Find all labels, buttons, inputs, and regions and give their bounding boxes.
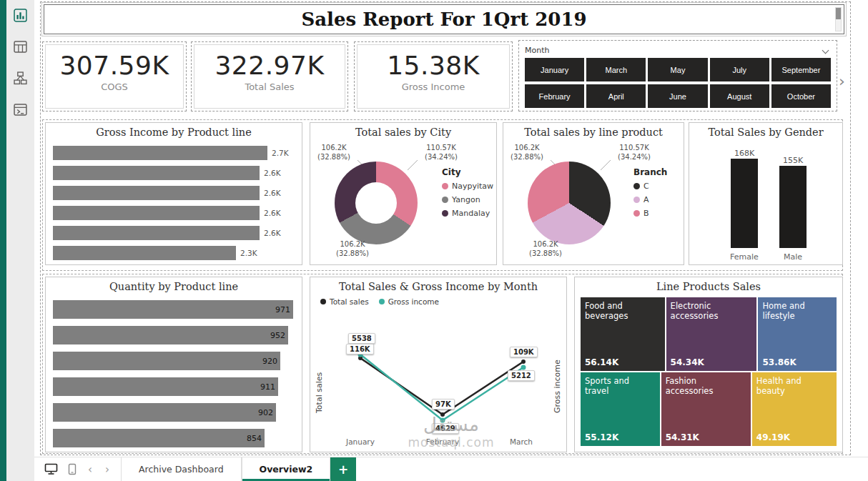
slicer-next-arrow[interactable]: › <box>839 72 845 90</box>
bar[interactable] <box>53 206 260 220</box>
scrollbar <box>835 7 842 31</box>
bar[interactable] <box>53 166 260 180</box>
chart-quantity-by-product-line[interactable]: Quantity by Product line 971 952 920 911… <box>45 277 302 452</box>
kpi-card-total-sales[interactable]: 322.97K Total Sales <box>191 41 348 111</box>
mobile-view-icon[interactable] <box>68 463 77 475</box>
donut-chart[interactable] <box>335 162 418 244</box>
dax-query-view-icon[interactable] <box>13 101 29 117</box>
slicer-button-september[interactable]: September <box>771 58 831 81</box>
chart-title: Quantity by Product line <box>46 277 302 292</box>
bar[interactable]: 911 <box>53 377 278 396</box>
treemap-tile-fashion-accessories[interactable]: Fashion accessories 54.31K <box>661 372 751 446</box>
report-title-visual[interactable]: Sales Report For 1Qrt 2019 <box>44 4 844 34</box>
slicer-button-may[interactable]: May <box>648 58 707 81</box>
kpi-card-inner: 15.38K Gross Income <box>357 44 510 109</box>
bar[interactable]: 920 <box>53 352 280 370</box>
report-view-icon[interactable] <box>13 7 29 23</box>
legend-swatch <box>442 183 448 189</box>
page-tab-overview2[interactable]: Overview2 <box>242 457 331 481</box>
tile-name: Sports and travel <box>585 376 656 396</box>
slicer-button-october[interactable]: October <box>771 84 831 108</box>
kpi-card-gross-income[interactable]: 15.38K Gross Income <box>354 41 513 111</box>
tile-name: Home and lifestyle <box>762 301 832 321</box>
treemap-tile-food-and-beverages[interactable]: Food and beverages 56.14K <box>581 297 665 371</box>
column-male[interactable] <box>779 166 807 248</box>
slicer-button-april[interactable]: April <box>586 84 646 108</box>
slicer-button-january[interactable]: January <box>525 58 584 81</box>
bar-value-label: 2.7K <box>272 149 289 157</box>
legend-item-mandalay[interactable]: Mandalay <box>442 209 493 218</box>
bar-value-label: 971 <box>275 305 290 314</box>
slicer-button-june[interactable]: June <box>648 84 707 108</box>
legend-item-gross-income[interactable]: Gross income <box>379 297 439 306</box>
bar[interactable]: 971 <box>53 300 293 319</box>
column-female[interactable] <box>731 159 758 248</box>
legend-item-branch-b[interactable]: B <box>633 209 667 218</box>
bar[interactable] <box>53 246 236 260</box>
slicer-button-july[interactable]: July <box>710 58 769 81</box>
tile-value: 55.12K <box>585 432 618 442</box>
kpi-value: 15.38K <box>357 51 509 80</box>
data-view-icon[interactable] <box>13 39 29 54</box>
tile-name: Health and beauty <box>756 376 832 396</box>
month-slicer[interactable]: Month January March May July September F… <box>518 40 837 111</box>
kpi-card-inner: 322.97K Total Sales <box>194 44 345 109</box>
bar-value-label: 854 <box>247 434 262 443</box>
desktop-view-icon[interactable] <box>44 463 58 475</box>
kpi-label: COGS <box>46 81 183 92</box>
slicer-button-august[interactable]: August <box>710 84 769 108</box>
donut-hole <box>355 182 397 224</box>
bar-row: 911 <box>53 377 295 396</box>
bar[interactable] <box>53 146 267 160</box>
view-sidebar <box>6 0 34 481</box>
bar[interactable]: 902 <box>53 403 276 422</box>
scrollbar-thumb[interactable] <box>836 8 841 19</box>
chart-line-products-sales[interactable]: Line Products Sales Food and beverages 5… <box>574 277 843 452</box>
chart-total-sales-by-gender[interactable]: Total Sales by Gender 168K 155K Female M… <box>689 122 843 265</box>
slicer-button-february[interactable]: February <box>525 84 584 108</box>
chart-total-sales-by-line-product[interactable]: Total sales by line product 106.2K(32.88… <box>503 122 684 265</box>
tile-value: 49.19K <box>756 432 790 442</box>
legend-item-total-sales[interactable]: Total sales <box>320 297 369 306</box>
category-label: Male <box>771 252 814 262</box>
bar-row: 2.7K <box>53 146 296 160</box>
legend-item-yangon[interactable]: Yangon <box>442 195 493 204</box>
treemap-tile-sports-and-travel[interactable]: Sports and travel 55.12K <box>581 372 660 446</box>
legend-item-branch-c[interactable]: C <box>633 182 667 191</box>
chart-gross-income-by-product-line[interactable]: Gross Income by Product line 2.7K 2.6K 2… <box>45 122 302 265</box>
data-label-gross-feb: 4629 <box>432 423 459 434</box>
tile-value: 53.86K <box>762 357 796 367</box>
city-legend: City Naypyitaw Yangon Mandalay <box>442 167 493 222</box>
treemap-row: Food and beverages 56.14K Electronic acc… <box>581 297 837 371</box>
previous-page-arrow[interactable]: ‹ <box>87 463 94 476</box>
treemap-tile-electronic-accessories[interactable]: Electronic accessories 54.34K <box>666 297 757 371</box>
slicer-button-march[interactable]: March <box>586 58 646 81</box>
bar[interactable]: 952 <box>53 326 288 344</box>
bar[interactable]: 854 <box>53 429 265 447</box>
chart-title: Total Sales by Gender <box>689 123 842 138</box>
legend-swatch <box>442 210 448 217</box>
tile-name: Fashion accessories <box>666 376 746 396</box>
callout-branch-a: 106.2K(32.88%) <box>523 239 568 258</box>
bar-row: 952 <box>53 326 295 344</box>
pie-chart[interactable] <box>528 162 611 244</box>
treemap-tile-health-and-beauty[interactable]: Health and beauty 49.19K <box>752 372 837 446</box>
bar-row: 2.6K <box>53 206 296 220</box>
treemap-row: Sports and travel 55.12K Fashion accesso… <box>581 372 837 446</box>
legend-item-naypyitaw[interactable]: Naypyitaw <box>442 182 493 191</box>
page-tab-archive-dashboard[interactable]: Archive Dashboard <box>121 457 242 481</box>
add-page-button[interactable]: + <box>330 457 356 481</box>
bar[interactable] <box>53 186 260 200</box>
next-page-arrow[interactable]: › <box>104 463 111 476</box>
bar-row: 2.3K <box>53 246 296 260</box>
legend-item-branch-a[interactable]: A <box>633 195 667 204</box>
chart-sales-gross-income-by-month[interactable]: Total Sales & Gross Income by Month Tota… <box>310 277 567 452</box>
bar[interactable] <box>53 226 260 240</box>
kpi-card-cogs[interactable]: 307.59K COGS <box>42 41 187 111</box>
treemap-tile-home-and-lifestyle[interactable]: Home and lifestyle 53.86K <box>758 297 837 371</box>
callout-branch-c: 110.57K(34.24%) <box>611 143 658 162</box>
chart-total-sales-by-city[interactable]: Total sales by City 106.2K(32.88%) 110.5… <box>310 122 497 265</box>
chevron-down-icon[interactable] <box>822 46 829 54</box>
model-view-icon[interactable] <box>13 70 29 86</box>
chart-title: Total sales by line product <box>503 123 684 138</box>
